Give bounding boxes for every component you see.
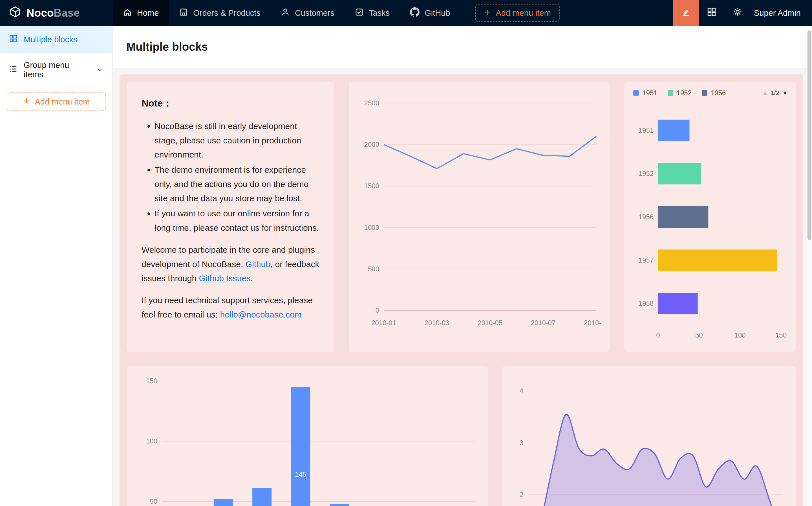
logo-text: NocoBase: [26, 7, 80, 19]
legend-item[interactable]: 1956: [702, 89, 726, 97]
svg-text:150: 150: [776, 331, 787, 339]
legend-prev-icon[interactable]: ▲: [762, 90, 768, 96]
add-menu-item-button[interactable]: Add menu item: [475, 4, 560, 22]
highlighter-icon: [681, 7, 691, 19]
page-title: Multiple blocks: [126, 40, 208, 53]
nocobase-logo[interactable]: NocoBase: [0, 0, 113, 26]
line-chart-block: 050010001500200025002010-012010-032010-0…: [349, 82, 609, 352]
legend-swatch: [668, 90, 673, 96]
svg-text:2010-01: 2010-01: [371, 319, 396, 327]
nav-item-label: GitHub: [425, 8, 450, 18]
nav-item-home[interactable]: Home: [113, 0, 169, 26]
note-bullet-list: NocoBase is still in early development s…: [142, 119, 319, 235]
svg-text:100: 100: [146, 437, 157, 445]
check-square-icon: [355, 8, 364, 19]
bar-chart-block: 195119521956▲1/2▼ 0501001501951195219561…: [624, 82, 796, 352]
main-menu: Home Orders & Products Customers Tasks G…: [113, 0, 460, 26]
sidebar-item-label: Group menu items: [24, 61, 87, 79]
horizontal-bar-chart: 05010015019511952195619571958: [633, 106, 787, 343]
svg-text:1000: 1000: [364, 224, 379, 231]
plus-icon: [484, 8, 492, 18]
nav-item-label: Customers: [295, 8, 335, 18]
svg-text:2: 2: [520, 491, 523, 498]
github-link[interactable]: Github: [245, 259, 270, 269]
area-chart: 432: [511, 375, 787, 506]
note-bullet: If you want to use our online version fo…: [154, 206, 319, 235]
navbar-right: Super Admin: [673, 0, 812, 26]
line-chart: 050010001500200025002010-012010-032010-0…: [358, 91, 600, 343]
plugin-manager-button[interactable]: [699, 0, 725, 26]
svg-text:4: 4: [520, 387, 523, 395]
sidebar-item-label: Multiple blocks: [24, 35, 77, 44]
sidebar: Multiple blocks Group menu items Add men…: [0, 26, 113, 506]
nav-item-orders-products[interactable]: Orders & Products: [169, 0, 271, 26]
nav-item-tasks[interactable]: Tasks: [345, 0, 400, 26]
nav-item-github[interactable]: GitHub: [400, 0, 460, 26]
svg-text:3: 3: [520, 439, 523, 446]
svg-text:100: 100: [734, 331, 746, 339]
svg-text:2010-07: 2010-07: [531, 319, 556, 327]
legend-item[interactable]: 1952: [668, 89, 691, 97]
svg-text:50: 50: [150, 498, 157, 505]
gear-icon: [733, 7, 742, 19]
user-icon: [281, 8, 290, 19]
column-chart-block: 15010050145: [127, 366, 488, 506]
nocobase-logo-icon: [9, 6, 21, 20]
home-icon: [123, 8, 132, 19]
blocks-row-1: Note： NocoBase is still in early develop…: [127, 82, 796, 352]
legend-swatch: [702, 90, 708, 96]
nav-item-customers[interactable]: Customers: [271, 0, 345, 26]
legend-swatch: [633, 90, 639, 96]
legend-label: 1956: [711, 89, 726, 97]
chevron-down-icon: [96, 67, 103, 73]
svg-text:2010-03: 2010-03: [424, 319, 449, 327]
legend-label: 1951: [642, 89, 657, 97]
sidebar-item-multiple-blocks[interactable]: Multiple blocks: [0, 26, 112, 53]
svg-text:2000: 2000: [364, 141, 379, 148]
horizontal-bar-chart-svg: 05010015019511952195619571958: [633, 106, 787, 343]
ui-editor-button[interactable]: [673, 0, 699, 26]
legend-label: 1952: [677, 89, 691, 97]
github-issues-link[interactable]: Github Issues: [199, 273, 250, 283]
top-navbar: NocoBase Home Orders & Products Customer…: [0, 0, 812, 26]
legend-pager: ▲1/2▼: [762, 89, 788, 97]
svg-text:150: 150: [146, 377, 157, 385]
github-icon: [410, 7, 420, 19]
legend-next-icon[interactable]: ▼: [782, 90, 788, 96]
user-menu[interactable]: Super Admin: [750, 8, 812, 18]
svg-text:0: 0: [656, 331, 660, 339]
svg-text:1500: 1500: [364, 182, 379, 190]
sidebar-add-menu-item-button[interactable]: Add menu item: [7, 92, 106, 111]
svg-text:0: 0: [375, 307, 379, 314]
note-paragraph: Welcome to participate in the core and p…: [142, 243, 319, 285]
list-icon: [9, 65, 17, 75]
svg-text:1958: 1958: [639, 300, 654, 307]
note-bullet: NocoBase is still in early development s…: [154, 119, 319, 162]
sidebar-item-group-menu-items[interactable]: Group menu items: [0, 56, 112, 83]
settings-button[interactable]: [725, 0, 750, 26]
blocks-row-2: 15010050145 432: [127, 366, 796, 506]
svg-text:2010-05: 2010-05: [477, 319, 502, 327]
area-chart-svg: 432: [511, 375, 787, 506]
svg-text:500: 500: [368, 265, 379, 273]
svg-text:2010-09: 2010-09: [584, 319, 601, 327]
plus-icon: [23, 97, 30, 106]
legend-page-indicator: 1/2: [771, 89, 780, 97]
note-bullet: The demo environment is for experience o…: [154, 163, 319, 205]
chart-legend: 195119521956▲1/2▼: [633, 89, 788, 97]
page-content: Note： NocoBase is still in early develop…: [113, 68, 808, 506]
svg-text:2500: 2500: [364, 99, 379, 107]
nav-item-label: Home: [137, 8, 159, 18]
appstore-icon: [707, 7, 717, 19]
legend-item[interactable]: 1951: [633, 89, 657, 97]
scrollbar-thumb[interactable]: [808, 30, 811, 240]
email-link[interactable]: hello@nocobase.com: [220, 310, 301, 319]
svg-text:145: 145: [295, 471, 306, 478]
note-heading: Note：: [142, 95, 319, 111]
svg-text:1956: 1956: [639, 213, 654, 221]
app-window: NocoBase Home Orders & Products Customer…: [0, 0, 812, 506]
note-block: Note： NocoBase is still in early develop…: [127, 82, 334, 352]
page-header: Multiple blocks: [113, 26, 812, 68]
column-chart-svg: 15010050145: [136, 375, 479, 506]
nav-item-label: Tasks: [369, 8, 390, 18]
